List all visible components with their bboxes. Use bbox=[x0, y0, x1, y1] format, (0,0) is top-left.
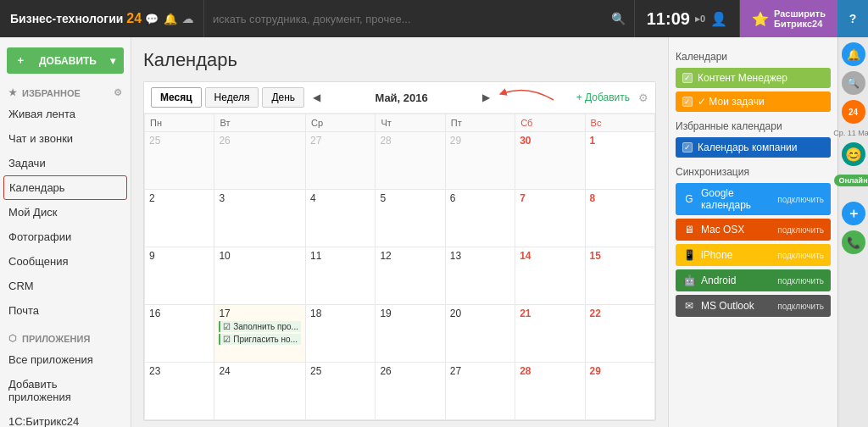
bitrix24-button[interactable]: 24 bbox=[842, 100, 865, 124]
search-icon[interactable]: 🔍 bbox=[611, 12, 626, 25]
sync-android[interactable]: 🤖 Android подключить bbox=[676, 269, 831, 291]
calendar-cell[interactable]: 20 bbox=[445, 305, 515, 363]
sidebar-item-feed[interactable]: Живая лента bbox=[0, 102, 131, 126]
calendar-cell[interactable]: 25 bbox=[305, 363, 375, 420]
gear-icon[interactable]: ⚙ bbox=[114, 87, 122, 98]
cal-item-my-tasks[interactable]: ✓ ✓ Мои задачи bbox=[676, 92, 831, 112]
calendar-cell[interactable]: 5 bbox=[376, 190, 445, 247]
calendar-cell[interactable]: 21 bbox=[515, 305, 585, 363]
calendar-cell[interactable]: 27 bbox=[305, 132, 375, 190]
tab-month[interactable]: Месяц bbox=[151, 87, 202, 108]
user-icon[interactable]: 👤 bbox=[710, 11, 727, 27]
cal-header-чт: Чт bbox=[376, 114, 445, 132]
cal-item-content-manager[interactable]: ✓ Контент Менеджер bbox=[676, 68, 831, 88]
calendar-cell[interactable]: 11 bbox=[305, 247, 375, 305]
tab-day[interactable]: День bbox=[262, 87, 304, 108]
calendar-cell[interactable]: 13 bbox=[445, 247, 515, 305]
sidebar-item-tasks[interactable]: Задачи bbox=[0, 151, 131, 175]
calendar-cell[interactable]: 29 bbox=[585, 363, 654, 420]
calendar-cell[interactable]: 26 bbox=[214, 132, 306, 190]
calendar-cell[interactable]: 7 bbox=[515, 190, 585, 247]
clock-time: 11:09 bbox=[647, 9, 690, 29]
cloud-icon[interactable]: ☁ bbox=[182, 13, 193, 25]
calendar-cell[interactable]: 30 bbox=[515, 132, 585, 190]
calendar-cell[interactable]: 16 bbox=[145, 305, 214, 363]
macosx-connect[interactable]: подключить bbox=[777, 225, 824, 235]
phone-button[interactable]: 📞 bbox=[842, 230, 865, 254]
calendar-cell[interactable]: 14 bbox=[515, 247, 585, 305]
calendar-cell[interactable]: 25 bbox=[145, 132, 214, 190]
calendar-cell[interactable]: 17☑ Заполнить про...☑ Пригласить но... bbox=[214, 305, 306, 363]
calendar-cell[interactable]: 28 bbox=[376, 132, 445, 190]
search-button[interactable]: 🔍 bbox=[842, 71, 865, 95]
cal-checkbox-tasks[interactable]: ✓ bbox=[682, 97, 693, 107]
calendar-cell[interactable]: 28 bbox=[515, 363, 585, 420]
calendar-cell[interactable]: 2 bbox=[145, 190, 214, 247]
calendar-cell[interactable]: 12 bbox=[376, 247, 445, 305]
cal-item-company[interactable]: ✓ Календарь компании bbox=[676, 137, 831, 158]
event-item[interactable]: ☑ Пригласить но... bbox=[219, 334, 301, 345]
sidebar-item-crm[interactable]: CRM bbox=[0, 274, 131, 298]
add-event-button[interactable]: + Добавить bbox=[576, 92, 630, 103]
sync-google[interactable]: G Google календарь подключить bbox=[676, 183, 831, 215]
cal-header-ср: Ср bbox=[305, 114, 375, 132]
sidebar-item-calendar[interactable]: Календарь bbox=[3, 175, 127, 200]
help-button[interactable]: ? bbox=[837, 0, 868, 37]
cal-checkbox-content[interactable]: ✓ bbox=[682, 73, 693, 83]
calendar-cell[interactable]: 22 bbox=[585, 305, 654, 363]
calendar-cell[interactable]: 23 bbox=[145, 363, 214, 420]
next-month-button[interactable]: ▶ bbox=[477, 90, 495, 105]
sync-macosx[interactable]: 🖥 Mac OSX подключить bbox=[676, 219, 831, 241]
sidebar-item-all-apps[interactable]: Все приложения bbox=[0, 347, 131, 372]
calendar-cell[interactable]: 24 bbox=[214, 363, 306, 420]
calendar-cell[interactable]: 19 bbox=[376, 305, 445, 363]
calendar-cell[interactable]: 15 bbox=[585, 247, 654, 305]
avatar-button[interactable]: 😊 bbox=[842, 142, 865, 166]
search-input[interactable] bbox=[213, 13, 606, 25]
sidebar-item-messages[interactable]: Сообщения bbox=[0, 249, 131, 274]
calendar-cell[interactable]: 18 bbox=[305, 305, 375, 363]
calendar-cell[interactable]: 8 bbox=[585, 190, 654, 247]
calendar-cell[interactable]: 9 bbox=[145, 247, 214, 305]
add-button[interactable]: ＋ ДОБАВИТЬ ▾ bbox=[7, 47, 124, 74]
google-icon: G bbox=[682, 192, 696, 206]
calendar-cell[interactable]: 10 bbox=[214, 247, 306, 305]
sidebar-item-bitrix[interactable]: 1С:Битрикс24 bbox=[0, 409, 131, 427]
outlook-connect[interactable]: подключить bbox=[777, 302, 824, 311]
calendar-cell[interactable]: 6 bbox=[445, 190, 515, 247]
calendar-cell[interactable]: 3 bbox=[214, 190, 306, 247]
sidebar-item-disk[interactable]: Мой Диск bbox=[0, 200, 131, 225]
day-number: 8 bbox=[590, 192, 596, 204]
day-number: 14 bbox=[520, 250, 531, 262]
sidebar-item-photos[interactable]: Фотографии bbox=[0, 225, 131, 249]
sync-iphone[interactable]: 📱 iPhone подключить bbox=[676, 244, 831, 266]
sync-outlook[interactable]: ✉ MS Outlook подключить bbox=[676, 295, 831, 317]
day-number: 21 bbox=[520, 308, 531, 319]
sidebar-item-chat[interactable]: Чат и звонки bbox=[0, 126, 131, 151]
calendar-cell[interactable]: 4 bbox=[305, 190, 375, 247]
all-apps-label: Все приложения bbox=[8, 353, 93, 366]
notification-button[interactable]: 🔔 bbox=[842, 42, 865, 66]
calendar-cell[interactable]: 1 bbox=[585, 132, 654, 190]
calendar-settings-icon[interactable]: ⚙ bbox=[638, 92, 648, 104]
topbar-search[interactable]: 🔍 bbox=[204, 0, 635, 37]
google-connect[interactable]: подключить bbox=[777, 195, 824, 204]
calendar-cell[interactable]: 26 bbox=[376, 363, 445, 420]
add-contact-button[interactable]: ＋ bbox=[842, 202, 865, 225]
event-item[interactable]: ☑ Заполнить про... bbox=[219, 321, 301, 332]
calendar-cell[interactable]: 29 bbox=[445, 132, 515, 190]
expand-button[interactable]: ⭐ Расширить Битрикс24 bbox=[740, 0, 837, 37]
bell-icon[interactable]: 🔔 bbox=[164, 13, 177, 25]
calendar-cell[interactable]: 27 bbox=[445, 363, 515, 420]
tab-week[interactable]: Неделя bbox=[205, 87, 259, 108]
cal-checkbox-company[interactable]: ✓ bbox=[682, 142, 693, 152]
iphone-connect[interactable]: подключить bbox=[777, 251, 824, 260]
sidebar-item-mail[interactable]: Почта bbox=[0, 298, 131, 323]
macosx-icon: 🖥 bbox=[682, 223, 696, 236]
prev-month-button[interactable]: ◀ bbox=[308, 90, 326, 105]
chat-icon[interactable]: 💬 bbox=[145, 13, 159, 25]
logo-num: 24 bbox=[126, 11, 142, 26]
messages-label: Сообщения bbox=[8, 255, 69, 268]
android-connect[interactable]: подключить bbox=[777, 276, 824, 286]
sidebar-item-add-app[interactable]: Добавить приложения bbox=[0, 372, 131, 409]
